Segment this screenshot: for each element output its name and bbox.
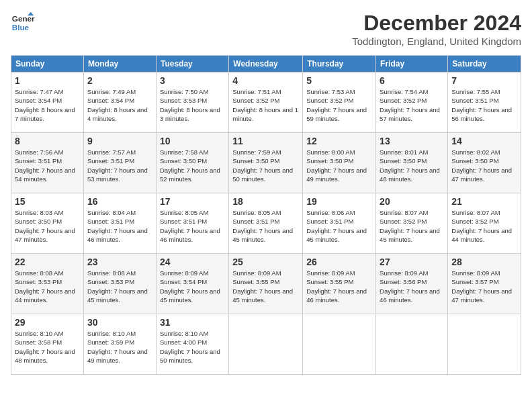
calendar-cell: [229, 314, 303, 375]
header-row: SundayMondayTuesdayWednesdayThursdayFrid…: [11, 56, 521, 73]
svg-text:Blue: Blue: [12, 23, 30, 32]
day-number: 5: [306, 75, 372, 86]
day-number: 3: [160, 75, 225, 86]
day-number: 29: [15, 317, 80, 328]
calendar-cell: 30Sunrise: 8:10 AMSunset: 3:59 PMDayligh…: [83, 314, 156, 375]
day-info: Sunrise: 8:00 AMSunset: 3:50 PMDaylight:…: [306, 148, 372, 183]
calendar-cell: 31Sunrise: 8:10 AMSunset: 4:00 PMDayligh…: [156, 314, 228, 375]
day-number: 9: [87, 136, 152, 146]
day-info: Sunrise: 7:58 AMSunset: 3:50 PMDaylight:…: [160, 148, 225, 183]
header-day-friday: Friday: [376, 56, 448, 73]
calendar-cell: 15Sunrise: 8:03 AMSunset: 3:50 PMDayligh…: [11, 193, 84, 254]
day-number: 11: [232, 136, 299, 146]
day-number: 22: [15, 257, 80, 267]
day-info: Sunrise: 7:49 AMSunset: 3:54 PMDaylight:…: [87, 87, 152, 123]
location: Toddington, England, United Kingdom: [352, 36, 521, 47]
day-info: Sunrise: 7:47 AMSunset: 3:54 PMDaylight:…: [15, 87, 80, 123]
day-info: Sunrise: 8:05 AMSunset: 3:51 PMDaylight:…: [160, 208, 225, 244]
day-number: 16: [87, 196, 152, 207]
calendar-cell: 21Sunrise: 8:07 AMSunset: 3:52 PMDayligh…: [448, 193, 521, 254]
calendar-cell: 27Sunrise: 8:09 AMSunset: 3:56 PMDayligh…: [376, 254, 448, 314]
calendar-cell: 14Sunrise: 8:02 AMSunset: 3:50 PMDayligh…: [448, 133, 521, 193]
calendar-cell: 26Sunrise: 8:09 AMSunset: 3:55 PMDayligh…: [303, 254, 376, 314]
calendar-cell: 7Sunrise: 7:55 AMSunset: 3:51 PMDaylight…: [448, 73, 521, 133]
day-number: 15: [15, 196, 80, 207]
day-info: Sunrise: 8:10 AMSunset: 3:58 PMDaylight:…: [15, 329, 80, 365]
calendar-cell: 9Sunrise: 7:57 AMSunset: 3:51 PMDaylight…: [83, 133, 156, 193]
calendar-cell: 29Sunrise: 8:10 AMSunset: 3:58 PMDayligh…: [11, 314, 84, 375]
calendar-cell: 25Sunrise: 8:09 AMSunset: 3:55 PMDayligh…: [229, 254, 303, 314]
day-number: 12: [306, 136, 372, 146]
calendar-cell: 6Sunrise: 7:54 AMSunset: 3:52 PMDaylight…: [376, 73, 448, 133]
week-row-1: 1Sunrise: 7:47 AMSunset: 3:54 PMDaylight…: [11, 73, 521, 133]
day-info: Sunrise: 8:09 AMSunset: 3:57 PMDaylight:…: [451, 269, 517, 304]
calendar-cell: 13Sunrise: 8:01 AMSunset: 3:50 PMDayligh…: [376, 133, 448, 193]
day-number: 10: [160, 136, 225, 146]
week-row-4: 22Sunrise: 8:08 AMSunset: 3:53 PMDayligh…: [11, 254, 521, 314]
week-row-2: 8Sunrise: 7:56 AMSunset: 3:51 PMDaylight…: [11, 133, 521, 193]
day-info: Sunrise: 8:10 AMSunset: 3:59 PMDaylight:…: [87, 329, 152, 365]
header-day-tuesday: Tuesday: [156, 56, 228, 73]
calendar-cell: 22Sunrise: 8:08 AMSunset: 3:53 PMDayligh…: [11, 254, 84, 314]
day-number: 19: [306, 196, 372, 207]
day-info: Sunrise: 8:08 AMSunset: 3:53 PMDaylight:…: [87, 269, 152, 304]
day-info: Sunrise: 8:06 AMSunset: 3:51 PMDaylight:…: [306, 208, 372, 244]
day-number: 14: [451, 136, 517, 146]
calendar-cell: [376, 314, 448, 375]
header-day-sunday: Sunday: [11, 56, 84, 73]
day-info: Sunrise: 8:01 AMSunset: 3:50 PMDaylight:…: [380, 148, 444, 183]
day-number: 21: [451, 196, 517, 207]
day-number: 30: [87, 317, 152, 328]
day-info: Sunrise: 7:55 AMSunset: 3:51 PMDaylight:…: [451, 87, 517, 123]
day-info: Sunrise: 7:50 AMSunset: 3:53 PMDaylight:…: [160, 87, 225, 123]
calendar-cell: 1Sunrise: 7:47 AMSunset: 3:54 PMDaylight…: [11, 73, 84, 133]
day-number: 8: [15, 136, 80, 146]
day-number: 17: [160, 196, 225, 207]
day-info: Sunrise: 8:09 AMSunset: 3:56 PMDaylight:…: [380, 269, 444, 304]
calendar-cell: 8Sunrise: 7:56 AMSunset: 3:51 PMDaylight…: [11, 133, 84, 193]
calendar-cell: 23Sunrise: 8:08 AMSunset: 3:53 PMDayligh…: [83, 254, 156, 314]
header-day-thursday: Thursday: [303, 56, 376, 73]
calendar-cell: 24Sunrise: 8:09 AMSunset: 3:54 PMDayligh…: [156, 254, 228, 314]
day-info: Sunrise: 7:59 AMSunset: 3:50 PMDaylight:…: [232, 148, 299, 183]
day-number: 24: [160, 257, 225, 267]
calendar-cell: 11Sunrise: 7:59 AMSunset: 3:50 PMDayligh…: [229, 133, 303, 193]
day-number: 4: [232, 75, 299, 86]
day-number: 26: [306, 257, 372, 267]
day-number: 7: [451, 75, 517, 86]
header-day-monday: Monday: [83, 56, 156, 73]
calendar-cell: 5Sunrise: 7:53 AMSunset: 3:52 PMDaylight…: [303, 73, 376, 133]
calendar-cell: 2Sunrise: 7:49 AMSunset: 3:54 PMDaylight…: [83, 73, 156, 133]
day-info: Sunrise: 8:07 AMSunset: 3:52 PMDaylight:…: [380, 208, 444, 244]
calendar-cell: 19Sunrise: 8:06 AMSunset: 3:51 PMDayligh…: [303, 193, 376, 254]
calendar-cell: 28Sunrise: 8:09 AMSunset: 3:57 PMDayligh…: [448, 254, 521, 314]
day-info: Sunrise: 8:08 AMSunset: 3:53 PMDaylight:…: [15, 269, 80, 304]
week-row-5: 29Sunrise: 8:10 AMSunset: 3:58 PMDayligh…: [11, 314, 521, 375]
calendar-cell: 12Sunrise: 8:00 AMSunset: 3:50 PMDayligh…: [303, 133, 376, 193]
day-info: Sunrise: 7:51 AMSunset: 3:52 PMDaylight:…: [232, 87, 299, 123]
day-info: Sunrise: 7:54 AMSunset: 3:52 PMDaylight:…: [380, 87, 444, 123]
day-info: Sunrise: 7:56 AMSunset: 3:51 PMDaylight:…: [15, 148, 80, 183]
calendar-body: 1Sunrise: 7:47 AMSunset: 3:54 PMDaylight…: [11, 73, 521, 375]
day-info: Sunrise: 8:09 AMSunset: 3:55 PMDaylight:…: [232, 269, 299, 304]
calendar-cell: [303, 314, 376, 375]
day-number: 28: [451, 257, 517, 267]
day-number: 25: [232, 257, 299, 267]
calendar-cell: 16Sunrise: 8:04 AMSunset: 3:51 PMDayligh…: [83, 193, 156, 254]
logo: General Blue: [11, 11, 35, 35]
title-block: December 2024 Toddington, England, Unite…: [352, 11, 521, 47]
day-info: Sunrise: 8:04 AMSunset: 3:51 PMDaylight:…: [87, 208, 152, 244]
day-info: Sunrise: 8:09 AMSunset: 3:55 PMDaylight:…: [306, 269, 372, 304]
day-number: 2: [87, 75, 152, 86]
calendar-cell: 4Sunrise: 7:51 AMSunset: 3:52 PMDaylight…: [229, 73, 303, 133]
day-info: Sunrise: 8:10 AMSunset: 4:00 PMDaylight:…: [160, 329, 225, 365]
day-info: Sunrise: 8:05 AMSunset: 3:51 PMDaylight:…: [232, 208, 299, 244]
calendar-table: SundayMondayTuesdayWednesdayThursdayFrid…: [11, 55, 521, 375]
calendar-header: SundayMondayTuesdayWednesdayThursdayFrid…: [11, 56, 521, 73]
calendar-cell: [448, 314, 521, 375]
calendar-cell: 18Sunrise: 8:05 AMSunset: 3:51 PMDayligh…: [229, 193, 303, 254]
calendar-cell: 10Sunrise: 7:58 AMSunset: 3:50 PMDayligh…: [156, 133, 228, 193]
day-number: 1: [15, 75, 80, 86]
day-number: 27: [380, 257, 444, 267]
day-number: 6: [380, 75, 444, 86]
